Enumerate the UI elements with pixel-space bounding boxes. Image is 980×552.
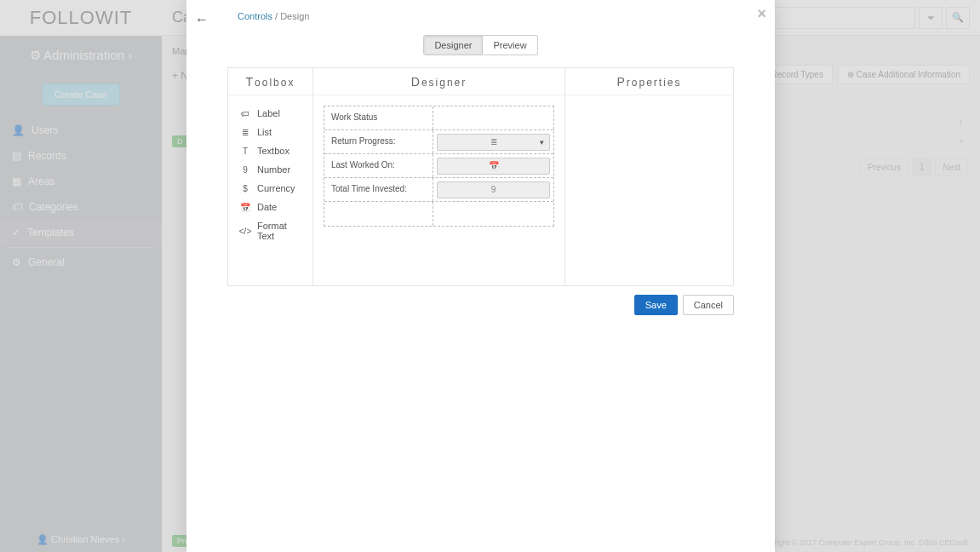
currency-icon: $ [240,184,250,193]
field-row-last-worked-on[interactable]: Last Worked On: 📅 [324,154,553,178]
toolbox-item-textbox[interactable]: T Textbox [238,141,302,160]
field-label: Return Progress: [324,130,433,153]
field-label [324,202,433,226]
properties-title: Properties [565,68,733,95]
calendar-icon: 📅 [240,203,250,212]
code-icon: </> [240,227,250,236]
title-cap: T [246,75,255,89]
calendar-icon: 📅 [489,161,499,170]
number-icon: 9 [240,165,250,175]
field-control [433,202,553,226]
modal-header: ← Controls / Design × [186,0,775,30]
title-cap: D [411,75,421,89]
tag-icon: 🏷 [240,109,250,118]
modal-actions: Save Cancel [186,286,775,315]
toolbox-title: Toolbox [228,68,312,95]
field-control: 9 [433,178,553,201]
toolbox-item-text: Format Text [257,221,301,241]
toolbox-item-text: Date [257,202,277,212]
title-cap: P [616,75,626,89]
select-control[interactable]: ≣ [437,134,550,151]
toolbox-item-date[interactable]: 📅 Date [238,198,302,216]
number-control[interactable]: 9 [437,181,550,198]
list-icon: ≣ [490,137,497,147]
tab-preview[interactable]: Preview [483,35,537,55]
number-icon: 9 [491,185,496,194]
toolbox-item-text: Textbox [257,146,289,156]
field-row-work-status[interactable]: Work Status [324,106,553,130]
toolbox-item-label[interactable]: 🏷 Label [238,104,302,123]
cancel-button[interactable]: Cancel [683,295,734,315]
mode-tabs: Designer Preview [186,35,775,55]
designer-panels: Toolbox 🏷 Label ≣ List T Textbox 9 Numbe… [227,67,734,286]
field-table: Work Status Return Progress: ≣ Last Work… [324,106,554,227]
toolbox-panel: Toolbox 🏷 Label ≣ List T Textbox 9 Numbe… [228,68,312,285]
textbox-icon: T [240,147,250,156]
breadcrumb: Controls / Design [238,11,761,21]
breadcrumb-sep: / [275,11,278,21]
designer-panel: Designer Work Status Return Progress: ≣ [312,68,565,285]
title-rest: esigner [421,77,467,89]
field-control: ≣ [433,130,553,153]
properties-panel: Properties [565,68,733,285]
toolbox-list: 🏷 Label ≣ List T Textbox 9 Number $ C [228,95,312,254]
field-control: 📅 [433,154,553,177]
tab-designer[interactable]: Designer [423,35,483,55]
field-label: Last Worked On: [324,154,433,177]
toolbox-item-currency[interactable]: $ Currency [238,179,302,198]
toolbox-item-text: Currency [257,183,295,193]
field-row-total-time[interactable]: Total Time Invested: 9 [324,178,553,202]
breadcrumb-controls[interactable]: Controls [238,11,272,21]
breadcrumb-design: Design [280,11,309,21]
toolbox-item-number[interactable]: 9 Number [238,160,302,179]
title-rest: oolbox [255,77,295,89]
field-label: Total Time Invested: [324,178,433,201]
field-control [433,106,553,129]
toolbox-item-text: Label [257,108,280,118]
toolbox-item-list[interactable]: ≣ List [238,123,302,141]
field-label: Work Status [324,106,433,129]
toolbox-item-text: List [257,127,272,137]
field-row-empty[interactable] [324,202,553,226]
save-button[interactable]: Save [634,295,678,315]
designer-body: Work Status Return Progress: ≣ Last Work… [313,95,565,237]
design-modal: ← Controls / Design × Designer Preview T… [186,0,775,552]
list-icon: ≣ [240,128,250,137]
date-control[interactable]: 📅 [437,158,550,175]
title-rest: roperties [627,77,682,89]
toolbox-item-text: Number [257,164,290,175]
designer-title: Designer [313,68,565,95]
close-button[interactable]: × [757,5,766,23]
field-row-return-progress[interactable]: Return Progress: ≣ [324,130,553,154]
back-button[interactable]: ← [195,12,209,27]
toolbox-item-format-text[interactable]: </> Format Text [238,216,302,245]
